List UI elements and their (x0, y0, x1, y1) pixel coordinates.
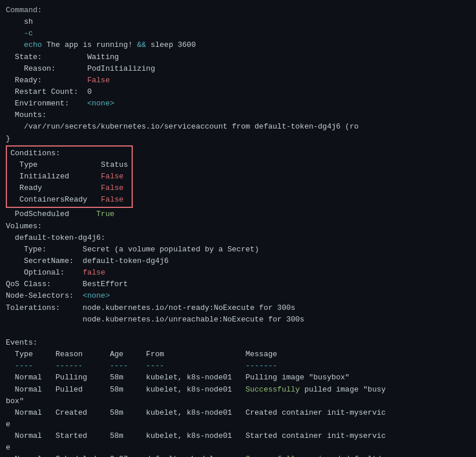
mounts-value: /var/run/secrets/kubernetes.io/serviceac… (6, 121, 470, 133)
command-sh: sh (6, 16, 470, 28)
conditions-ready: Ready False (10, 182, 128, 194)
conditions-initialized: Initialized False (10, 171, 128, 182)
qos-class: QoS Class: BestEffort (6, 279, 470, 290)
command-echo: echo The app is running! && sleep 3600 (6, 39, 470, 51)
event-created-line2: e (6, 419, 470, 430)
tolerations-second: node.kubernetes.io/unreachable:NoExecute… (6, 314, 470, 326)
conditions-header: Conditions: (10, 148, 128, 159)
conditions-columns: Type Status (10, 159, 128, 171)
event-started-line1: Normal Started 58m kubelet, k8s-node01 S… (6, 430, 470, 442)
events-dashes: ---- ------ ---- ---- ------- (6, 360, 470, 372)
environment-line: Environment: <none> (6, 98, 470, 109)
tolerations-header: Tolerations: node.kubernetes.io/not-read… (6, 302, 470, 314)
ready-line: Ready: False (6, 75, 470, 86)
pod-scheduled: PodScheduled True (6, 209, 470, 220)
volumes-name: default-token-dg4j6: (6, 232, 470, 244)
volumes-optional: Optional: false (6, 267, 470, 279)
event-pulled-line1: Normal Pulled 58m kubelet, k8s-node01 Su… (6, 384, 470, 396)
conditions-block: Conditions: Type Status Initialized Fals… (6, 145, 133, 209)
events-label: Events: (6, 337, 470, 349)
event-started-line2: e (6, 442, 470, 454)
command-c: -c (6, 28, 470, 39)
event-scheduled-line1: Normal Scheduled 2m37s default-scheduler… (6, 454, 470, 457)
terminal-window: Command: sh -c echo The app is running! … (0, 0, 476, 457)
closing-brace: } (6, 133, 470, 145)
events-columns: Type Reason Age From Message (6, 349, 470, 360)
state-line: State: Waiting (6, 52, 470, 63)
reason-line: Reason: PodInitializing (6, 63, 470, 75)
restart-count-line: Restart Count: 0 (6, 86, 470, 98)
command-label: Command: (6, 5, 470, 16)
volumes-secret-name: SecretName: default-token-dg4j6 (6, 255, 470, 267)
event-pulling: Normal Pulling 58m kubelet, k8s-node01 P… (6, 372, 470, 383)
conditions-containers-ready: ContainersReady False (10, 194, 128, 206)
events-header (6, 326, 470, 337)
node-selectors: Node-Selectors: <none> (6, 290, 470, 302)
volumes-header: Volumes: (6, 221, 470, 232)
event-pulled-line2: box" (6, 396, 470, 407)
mounts-label: Mounts: (6, 109, 470, 121)
event-created-line1: Normal Created 58m kubelet, k8s-node01 C… (6, 407, 470, 419)
volumes-type: Type: Secret (a volume populated by a Se… (6, 244, 470, 255)
